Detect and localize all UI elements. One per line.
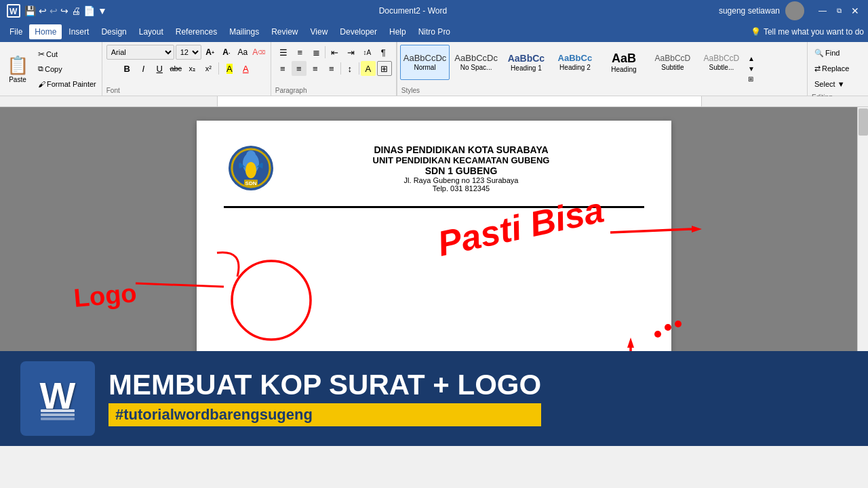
cut-button[interactable]: ✂ Cut bbox=[35, 47, 99, 61]
align-center-button[interactable]: ≡ bbox=[292, 61, 307, 76]
bullets-button[interactable]: ☰ bbox=[276, 45, 291, 60]
menu-review[interactable]: Review bbox=[266, 24, 303, 39]
minimize-button[interactable]: — bbox=[816, 5, 829, 17]
ruler-inner bbox=[217, 96, 702, 106]
clear-format-button[interactable]: A⌫ bbox=[252, 45, 267, 60]
dot3 bbox=[675, 321, 682, 327]
font-color-button[interactable]: A bbox=[238, 61, 253, 76]
restore-button[interactable]: ⧉ bbox=[833, 5, 845, 17]
justify-button[interactable]: ≡ bbox=[324, 61, 339, 76]
ribbon: 📋 Paste ✂ Cut ⧉ Copy 🖌 Format Painter bbox=[0, 42, 868, 96]
styles-more-button[interactable]: ⊞ bbox=[747, 74, 756, 84]
borders-button[interactable]: ⊞ bbox=[377, 61, 392, 76]
style-nospace-label: No Spac... bbox=[460, 64, 492, 71]
font-size-select[interactable]: 12 bbox=[176, 45, 201, 60]
shading-button[interactable]: A bbox=[361, 61, 376, 76]
select-button[interactable]: Select ▼ bbox=[812, 77, 864, 91]
redo-icon[interactable]: ↪ bbox=[60, 5, 68, 16]
username: sugeng setiawan bbox=[719, 6, 780, 16]
title-bar: W 💾 ↩ ↩ ↪ 🖨 📄 ▼ Document2 - Word sugeng … bbox=[0, 0, 868, 22]
divider4 bbox=[359, 62, 359, 75]
undo2-icon[interactable]: ↩ bbox=[50, 5, 58, 16]
ruler bbox=[0, 96, 868, 107]
select-label: Select ▼ bbox=[814, 80, 845, 88]
menu-layout[interactable]: Layout bbox=[134, 24, 169, 39]
menu-design[interactable]: Design bbox=[96, 24, 132, 39]
style-subtitle[interactable]: AaBbCcD Subtitle bbox=[649, 45, 696, 80]
menu-insert[interactable]: Insert bbox=[63, 24, 94, 39]
style-h1-label: Heading 1 bbox=[511, 64, 542, 72]
style-no-spacing[interactable]: AaBbCcDc No Spac... bbox=[451, 45, 501, 80]
show-formatting-button[interactable]: ¶ bbox=[376, 45, 391, 60]
replace-button[interactable]: ⇄ Replace bbox=[812, 62, 864, 75]
paintbrush-icon: 🖌 bbox=[38, 80, 45, 88]
align-left-button[interactable]: ≡ bbox=[275, 61, 290, 76]
highlight-button[interactable]: A bbox=[222, 61, 237, 76]
menu-nitro[interactable]: Nitro Pro bbox=[413, 24, 456, 39]
style-subtle[interactable]: AaBbCcD Subtle... bbox=[698, 45, 745, 80]
shrink-font-button[interactable]: A- bbox=[219, 45, 234, 60]
undo-icon[interactable]: ↩ bbox=[39, 5, 47, 16]
paragraph-row2: ≡ ≡ ≡ ≡ ↕ A ⊞ bbox=[275, 61, 392, 76]
copy-label: Copy bbox=[45, 65, 62, 73]
line-spacing-button[interactable]: ↕ bbox=[342, 61, 357, 76]
numbering-button[interactable]: ≡ bbox=[292, 45, 307, 60]
underline-button[interactable]: U bbox=[152, 61, 167, 76]
menu-home[interactable]: Home bbox=[29, 24, 62, 39]
subscript-button[interactable]: x₂ bbox=[184, 61, 199, 76]
paste-button[interactable]: 📋 Paste bbox=[4, 50, 31, 88]
style-subtle-preview: AaBbCcD bbox=[704, 54, 740, 62]
style-title[interactable]: AaB Heading bbox=[600, 45, 648, 80]
save-icon[interactable]: 💾 bbox=[24, 5, 36, 16]
copy-button[interactable]: ⧉ Copy bbox=[35, 62, 99, 76]
multilevel-button[interactable]: ≣ bbox=[309, 45, 323, 60]
close-button[interactable]: ✕ bbox=[849, 5, 861, 17]
style-heading2[interactable]: AaBbCc Heading 2 bbox=[551, 45, 599, 80]
menu-help[interactable]: Help bbox=[384, 24, 412, 39]
style-heading1[interactable]: AaBbCc Heading 1 bbox=[502, 45, 550, 80]
bottom-banner: W MEMBUAT KOP SURAT + LOGO #tutorialword… bbox=[0, 351, 868, 446]
styles-down-button[interactable]: ▼ bbox=[747, 64, 756, 74]
superscript-button[interactable]: x² bbox=[201, 61, 216, 76]
style-subtitle-label: Subtitle bbox=[661, 64, 684, 71]
school-line2: UNIT PENDIDIKAN KECAMATAN GUBENG bbox=[278, 155, 644, 165]
align-right-button[interactable]: ≡ bbox=[308, 61, 323, 76]
format-painter-button[interactable]: 🖌 Format Painter bbox=[35, 77, 99, 91]
menu-mailings[interactable]: Mailings bbox=[224, 24, 264, 39]
search-icon: 🔍 bbox=[814, 49, 824, 58]
svg-text:SDN: SDN bbox=[245, 180, 257, 186]
sort-button[interactable]: ↕A bbox=[359, 45, 374, 60]
save2-icon[interactable]: 📄 bbox=[83, 5, 95, 16]
font-name-select[interactable]: Arial bbox=[106, 45, 174, 60]
styles-scroll[interactable]: ▲ ▼ ⊞ bbox=[745, 43, 757, 94]
style-h2-label: Heading 2 bbox=[559, 64, 591, 71]
find-label: Find bbox=[825, 49, 840, 57]
strikethrough-button[interactable]: abc bbox=[168, 61, 183, 76]
styles-list: AaBbCcDc Normal AaBbCcDc No Spac... AaBb… bbox=[400, 43, 745, 94]
grow-font-button[interactable]: A+ bbox=[203, 45, 218, 60]
letterhead-text-area: DINAS PENDIDIKAN KOTA SURABAYA UNIT PEND… bbox=[278, 144, 644, 192]
change-case-button[interactable]: Aa bbox=[235, 45, 250, 60]
svg-point-5 bbox=[246, 150, 256, 160]
menu-view[interactable]: View bbox=[305, 24, 334, 39]
school-line3: SDN 1 GUBENG bbox=[278, 165, 644, 176]
increase-indent-button[interactable]: ⇥ bbox=[343, 45, 358, 60]
tell-me-text[interactable]: Tell me what you want to do bbox=[764, 27, 864, 37]
divider2 bbox=[325, 46, 326, 58]
styles-up-button[interactable]: ▲ bbox=[747, 54, 756, 64]
vertical-scrollbar[interactable] bbox=[857, 107, 868, 351]
scrollbar-thumb[interactable] bbox=[859, 108, 868, 136]
style-normal[interactable]: AaBbCcDc Normal bbox=[400, 45, 450, 80]
menu-developer[interactable]: Developer bbox=[334, 24, 382, 39]
more-icon[interactable]: ▼ bbox=[98, 5, 107, 16]
school-address: Jl. Raya Gubeng no 123 Surabaya bbox=[278, 176, 644, 184]
find-button[interactable]: 🔍 Find bbox=[812, 46, 864, 60]
decrease-indent-button[interactable]: ⇤ bbox=[327, 45, 342, 60]
menu-file[interactable]: File bbox=[4, 24, 28, 39]
menu-references[interactable]: References bbox=[170, 24, 222, 39]
bold-button[interactable]: B bbox=[119, 61, 134, 76]
italic-button[interactable]: I bbox=[136, 61, 151, 76]
print-icon[interactable]: 🖨 bbox=[71, 5, 81, 16]
logo-area: SDN bbox=[224, 141, 278, 195]
menu-bar: File Home Insert Design Layout Reference… bbox=[0, 22, 868, 42]
